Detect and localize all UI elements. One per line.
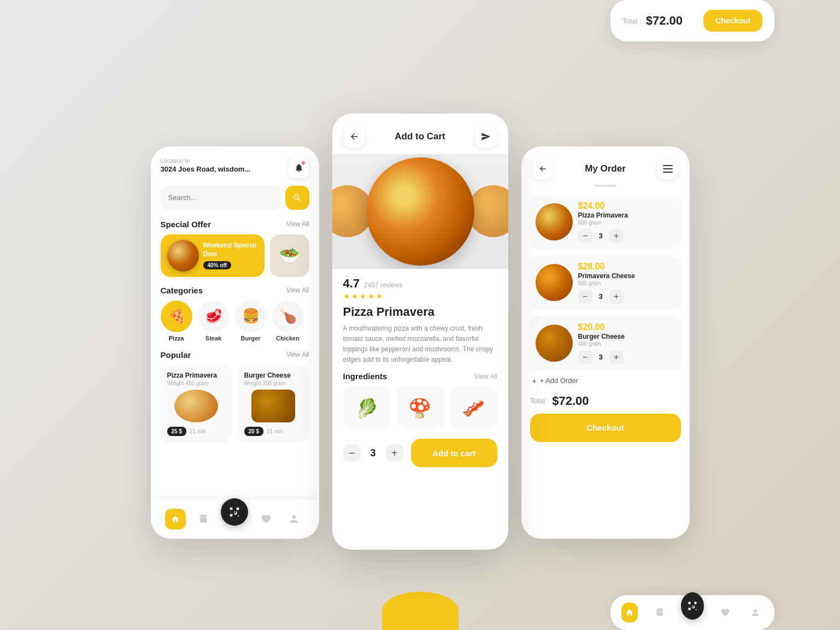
- order-item-2-image: [536, 264, 573, 301]
- order-total-amount: $72.00: [552, 394, 589, 408]
- nav1-scan-fab[interactable]: [221, 498, 248, 526]
- notification-dot: [301, 161, 306, 165]
- special-offer-section: Special Offer View All Weekend Special D…: [161, 220, 309, 277]
- back-button-3[interactable]: [532, 158, 553, 179]
- nav-bag-icon-r[interactable]: [651, 603, 667, 622]
- menu-button[interactable]: [657, 158, 678, 179]
- offer-2-image: 🥗: [279, 246, 299, 265]
- category-pizza[interactable]: 🍕 Pizza: [161, 301, 192, 342]
- qty-plus-button[interactable]: +: [386, 444, 403, 462]
- popular-section: Popular View All Pizza Primavera Weight …: [161, 350, 309, 443]
- hamburger-menu-icon: [663, 165, 673, 173]
- nav-home-icon-r[interactable]: [621, 603, 638, 622]
- qty-minus-button[interactable]: −: [343, 444, 361, 462]
- ingredient-lettuce: 🥬: [343, 386, 391, 430]
- nav1-user[interactable]: [284, 509, 304, 529]
- popular-pizza-weight: Weight 450 gram: [167, 380, 226, 386]
- star-3: ★: [360, 292, 367, 301]
- category-steak-label: Steak: [205, 335, 221, 342]
- order-item-1-price: $24.00: [578, 201, 675, 211]
- special-offer-title: Special Offer: [161, 220, 212, 229]
- search-icon: [292, 193, 302, 203]
- order-item-1-plus[interactable]: +: [609, 229, 624, 243]
- order-item-2-minus[interactable]: −: [578, 290, 592, 304]
- category-burger-label: Burger: [240, 335, 260, 342]
- order-item-1: $24.00 Pizza Primavera 500 gram − 3 +: [529, 195, 682, 250]
- svg-rect-11: [236, 511, 237, 514]
- ingredients-view-all[interactable]: View All: [474, 373, 497, 380]
- popular-item-pizza[interactable]: Pizza Primavera Weight 450 gram 25 $ 21 …: [161, 365, 232, 443]
- offer-card-2[interactable]: 🥗: [270, 234, 309, 277]
- nav1-home[interactable]: [165, 509, 186, 529]
- popular-title: Popular: [161, 350, 191, 360]
- order-item-3-minus[interactable]: −: [578, 350, 592, 364]
- category-chicken[interactable]: 🍗 Chicken: [272, 301, 304, 342]
- bag-icon-1: [198, 514, 209, 525]
- categories-view-all[interactable]: View All: [286, 286, 309, 294]
- right-bottom-nav-partial: [610, 595, 774, 630]
- categories-title: Categories: [161, 286, 203, 295]
- star-2: ★: [351, 292, 359, 301]
- top-partial-card: Total : $72.00 Checkout: [610, 0, 774, 42]
- order-item-3-image: [536, 325, 573, 362]
- bell-button[interactable]: [289, 157, 309, 178]
- svg-rect-5: [692, 608, 695, 609]
- checkout-button-3[interactable]: Checkout: [530, 414, 681, 442]
- add-order-row[interactable]: + + Add Order: [521, 371, 690, 391]
- location-value: 3024 Joes Road, wisdom...: [161, 165, 251, 173]
- offer-card-1[interactable]: Weekend Special Deal 40% off: [161, 234, 265, 277]
- categories-section: Categories View All 🍕 Pizza 🥩 Steak: [161, 286, 309, 342]
- ingredients-row: 🥬 🍄 🥓: [343, 386, 497, 430]
- top-partial-checkout-btn[interactable]: Checkout: [703, 10, 762, 32]
- home-icon-1: [171, 515, 180, 523]
- quantity-number: 3: [368, 448, 378, 459]
- reviews-count: 2457 reviews: [364, 281, 403, 289]
- order-item-3-price: $20.00: [578, 322, 675, 332]
- back-arrow-icon: [349, 132, 359, 142]
- order-item-3: $20.00 Burger Cheese 400 gram − 3 +: [529, 316, 682, 371]
- category-burger[interactable]: 🍔 Burger: [235, 301, 267, 342]
- add-to-cart-button[interactable]: Add to cart: [411, 439, 497, 467]
- svg-rect-15: [663, 168, 673, 169]
- order-item-2: $28.00 Primavera Cheese 500 gram − 3 +: [529, 255, 682, 310]
- nav-scan-icon-r[interactable]: [681, 592, 704, 620]
- popular-burger-price: 20 $: [244, 427, 263, 436]
- add-to-cart-screen: Add to Cart 4.7 2457 reviews ★: [332, 114, 508, 550]
- my-order-screen: My Order $24.00 Pizza Primavera 500 gram: [521, 146, 690, 539]
- search-input[interactable]: [168, 193, 273, 202]
- offer-1-badge: 40% off: [203, 261, 232, 269]
- svg-rect-9: [230, 514, 233, 516]
- search-button[interactable]: [285, 186, 309, 210]
- back-button-2[interactable]: [343, 126, 365, 148]
- order-item-1-minus[interactable]: −: [578, 229, 592, 243]
- svg-rect-13: [238, 515, 239, 516]
- svg-rect-2: [689, 608, 691, 610]
- nav-heart-icon-r[interactable]: [717, 603, 733, 622]
- bottom-nav-screen1: [151, 499, 319, 539]
- order-item-2-plus[interactable]: +: [609, 290, 624, 304]
- quantity-control: − 3 +: [343, 444, 403, 462]
- nav1-bag[interactable]: [193, 509, 214, 529]
- popular-item-burger[interactable]: Burger Cheese Weight 350 gram 20 $ 21 mi…: [238, 365, 309, 443]
- svg-rect-0: [689, 602, 691, 604]
- offer-1-title: Weekend Special Deal: [203, 242, 258, 258]
- svg-rect-6: [696, 609, 697, 610]
- order-item-3-name: Burger Cheese: [578, 333, 675, 340]
- top-partial-total-label: Total :: [622, 17, 642, 25]
- category-chicken-label: Chicken: [276, 335, 299, 342]
- category-steak[interactable]: 🥩 Steak: [198, 301, 230, 342]
- star-1: ★: [343, 292, 350, 301]
- category-pizza-label: Pizza: [169, 335, 184, 342]
- popular-view-all[interactable]: View All: [286, 351, 309, 358]
- ingredient-mushroom: 🍄: [396, 386, 444, 430]
- order-item-3-plus[interactable]: +: [609, 350, 624, 364]
- order-total-label: Total :: [530, 397, 549, 405]
- share-button[interactable]: [475, 126, 497, 148]
- special-offer-view-all[interactable]: View All: [286, 220, 309, 228]
- order-footer: Total : $72.00 Checkout: [521, 391, 690, 451]
- nav1-heart[interactable]: [256, 509, 277, 529]
- svg-rect-12: [234, 513, 238, 514]
- nav-user-icon-r[interactable]: [747, 603, 763, 622]
- category-pizza-icon: 🍕: [161, 301, 192, 332]
- svg-rect-1: [694, 602, 696, 604]
